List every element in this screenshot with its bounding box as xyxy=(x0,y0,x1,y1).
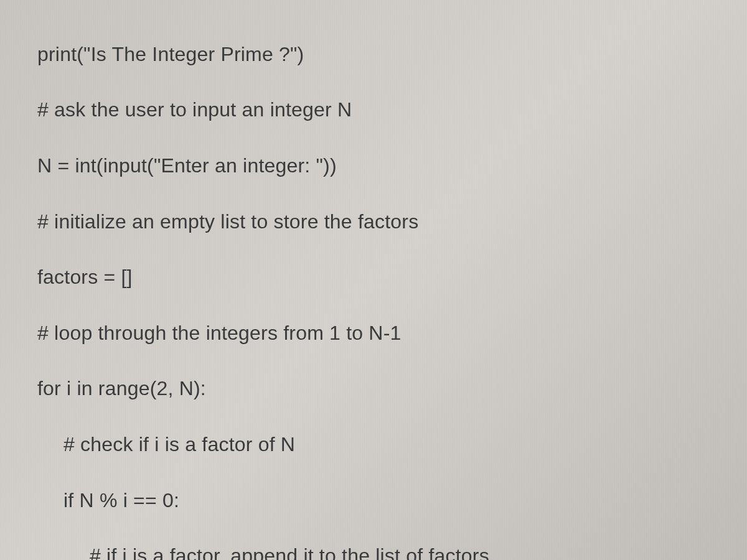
code-comment: # initialize an empty list to store the … xyxy=(37,208,747,236)
code-comment: # loop through the integers from 1 to N-… xyxy=(37,319,747,347)
code-block: print("Is The Integer Prime ?") # ask th… xyxy=(0,0,747,560)
code-comment: # ask the user to input an integer N xyxy=(37,96,747,124)
code-line: N = int(input("Enter an integer: ")) xyxy=(37,152,747,180)
code-comment: # check if i is a factor of N xyxy=(37,431,747,459)
code-line: print("Is The Integer Prime ?") xyxy=(37,40,747,68)
code-line: for i in range(2, N): xyxy=(37,375,747,403)
code-line: factors = [] xyxy=(37,263,747,291)
code-comment: # if i is a factor, append it to the lis… xyxy=(37,542,747,560)
code-line: if N % i == 0: xyxy=(37,487,747,515)
